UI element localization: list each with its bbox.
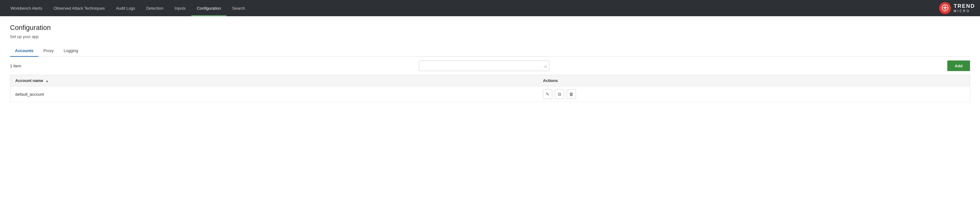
sort-icon: ▲ xyxy=(46,79,49,83)
nav-item-workbench-alerts[interactable]: Workbench Alerts xyxy=(5,0,48,16)
search-input-wrapper: ⌕ xyxy=(418,60,549,71)
search-input[interactable] xyxy=(418,60,549,71)
page-content: Configuration Set up your app Accounts P… xyxy=(0,16,980,110)
logo-area: TREND MICRO xyxy=(939,2,975,14)
nav-item-observed-attack-techniques[interactable]: Observed Attack Techniques xyxy=(48,0,111,16)
table-header: Account name ▲ Actions xyxy=(10,75,970,86)
edit-icon: ✎ xyxy=(546,92,549,97)
accounts-table: Account name ▲ Actions default_account ✎… xyxy=(10,75,970,102)
col-header-actions: Actions xyxy=(538,75,970,86)
search-container: ⌕ xyxy=(26,60,942,71)
copy-button[interactable]: ⧉ xyxy=(555,89,564,99)
add-button[interactable]: Add xyxy=(947,60,970,71)
action-icons-group: ✎ ⧉ 🗑 xyxy=(543,89,965,99)
logo-text: TREND MICRO xyxy=(953,3,975,13)
table-body: default_account ✎ ⧉ 🗑 xyxy=(10,86,970,102)
navbar: Workbench Alerts Observed Attack Techniq… xyxy=(0,0,980,16)
trend-micro-icon xyxy=(939,2,951,14)
tab-proxy[interactable]: Proxy xyxy=(38,45,59,57)
col-header-account-name[interactable]: Account name ▲ xyxy=(10,75,538,86)
delete-button[interactable]: 🗑 xyxy=(566,89,576,99)
logo-micro: MICRO xyxy=(953,10,975,13)
table-row: default_account ✎ ⧉ 🗑 xyxy=(10,86,970,102)
page-subtitle: Set up your app xyxy=(10,34,970,39)
logo-trend: TREND xyxy=(953,3,975,10)
nav-item-configuration[interactable]: Configuration xyxy=(191,0,226,16)
tab-accounts[interactable]: Accounts xyxy=(10,45,38,57)
copy-icon: ⧉ xyxy=(558,92,561,97)
nav-item-search[interactable]: Search xyxy=(226,0,250,16)
toolbar-row: 1 Item ⌕ Add xyxy=(10,57,970,75)
actions-cell: ✎ ⧉ 🗑 xyxy=(538,86,970,102)
nav-item-inputs[interactable]: Inputs xyxy=(169,0,191,16)
tabs-bar: Accounts Proxy Logging xyxy=(10,45,970,57)
item-count: 1 Item xyxy=(10,64,21,68)
nav-items: Workbench Alerts Observed Attack Techniq… xyxy=(5,0,939,16)
account-name-cell: default_account xyxy=(10,86,538,102)
nav-item-audit-logs[interactable]: Audit Logs xyxy=(110,0,140,16)
tab-logging[interactable]: Logging xyxy=(59,45,83,57)
edit-button[interactable]: ✎ xyxy=(543,89,552,99)
delete-icon: 🗑 xyxy=(569,92,573,97)
nav-item-detection[interactable]: Detection xyxy=(141,0,169,16)
page-title: Configuration xyxy=(10,24,970,32)
